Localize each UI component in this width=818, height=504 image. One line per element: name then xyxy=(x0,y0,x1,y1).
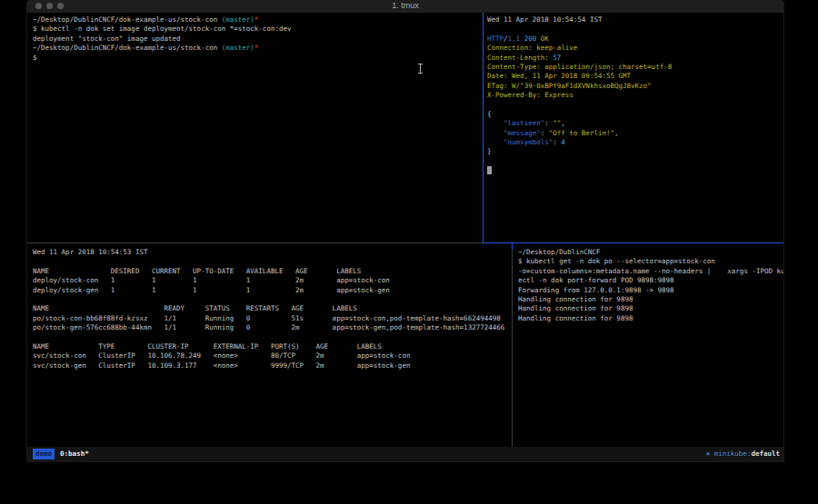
session-name-badge: demo xyxy=(33,449,55,460)
terminal-line: svc/stock-gen ClusterIP 10.109.3.177 <no… xyxy=(33,361,509,371)
terminal-line: Content-Type: application/json; charset=… xyxy=(487,63,782,72)
pane-divider-horizontal-left[interactable] xyxy=(27,242,483,243)
terminal-line: "message": "Off to Berlin!", xyxy=(487,129,782,138)
pane-divider-vertical-bottom[interactable] xyxy=(512,243,513,447)
terminal-line: ~/Desktop/DublinCNCF/dok-example-us/stoc… xyxy=(33,44,480,53)
terminal-line: NAME TYPE CLUSTER-IP EXTERNAL-IP PORT(S)… xyxy=(33,342,509,351)
terminal-line: ectl -n dok port-forward POD 9898:9898 xyxy=(518,276,783,285)
terminal-line: $ kubectl -n dok set image deployment/st… xyxy=(33,25,480,34)
terminal-line: Forwarding from 127.0.0.1:9898 -> 9898 xyxy=(518,286,783,295)
status-bar-right: ⎈ minikube:default xyxy=(706,447,780,461)
terminal-line: } xyxy=(487,147,782,156)
terminal-line xyxy=(487,101,782,110)
terminal-line: NAME DESIRED CURRENT UP-TO-DATE AVAILABL… xyxy=(33,267,509,276)
terminal-line: { xyxy=(487,110,782,119)
terminal-window: 1. tmux ~/Desktop/DublinCNCF/dok-example… xyxy=(27,0,783,461)
terminal-line xyxy=(33,333,509,342)
terminal-line xyxy=(33,257,509,266)
pane-divider-vertical-top[interactable] xyxy=(483,13,484,242)
pane-top-right-http-response[interactable]: Wed 11 Apr 2018 10:54:54 ISTHTTP/1.1 200… xyxy=(487,15,782,241)
terminal-line xyxy=(33,295,509,304)
window-tab-active[interactable]: 0:bash* xyxy=(60,447,89,461)
pane-top-left-shell[interactable]: ~/Desktop/DublinCNCF/dok-example-us/stoc… xyxy=(33,15,480,241)
terminal-line xyxy=(487,157,782,166)
terminal-line: "numsymbols": 4 xyxy=(487,138,782,147)
terminal-line: ~/Desktop/DublinCNCF/dok-example-us/stoc… xyxy=(33,15,480,25)
terminal-line: $ kubectl get -n dok po --selector=app=s… xyxy=(518,257,783,266)
terminal-line: deploy/stock-gen 1 1 1 1 2m app=stock-ge… xyxy=(33,286,509,295)
terminal-line: X-Powered-By: Express xyxy=(487,91,782,100)
terminal-line: Date: Wed, 11 Apr 2018 09:54:55 GMT xyxy=(487,72,782,81)
terminal-line: Handling connection for 9898 xyxy=(518,304,783,313)
terminal-line: $ xyxy=(33,54,480,63)
kube-namespace: default xyxy=(751,450,780,458)
window-titlebar[interactable]: 1. tmux xyxy=(27,0,783,13)
terminal-line: po/stock-con-bb68f88fd-kzsxz 1/1 Running… xyxy=(33,314,509,323)
pane-bottom-right-port-forward[interactable]: ~/Desktop/DublinCNCF$ kubectl get -n dok… xyxy=(518,248,783,446)
terminal-line xyxy=(487,25,782,34)
terminal-line: HTTP/1.1 200 OK xyxy=(487,35,782,44)
terminal-line: Wed 11 Apr 2018 10:54:54 IST xyxy=(487,15,782,25)
terminal-line: po/stock-gen-576cc688bb-44kmn 1/1 Runnin… xyxy=(33,323,509,332)
terminal-line: deployment "stock-con" image updated xyxy=(33,35,480,44)
terminal-line: ETag: W/"39-0xBPf9aF1dXVNkhsxoBQgJ8vKzo" xyxy=(487,82,782,91)
tmux-terminal: ~/Desktop/DublinCNCF/dok-example-us/stoc… xyxy=(27,13,783,447)
mouse-ibeam-cursor-icon xyxy=(418,64,423,74)
terminal-line: Handling connection for 9898 xyxy=(518,295,783,304)
pane-divider-horizontal-right-active[interactable] xyxy=(483,242,783,243)
terminal-line: -o=custom-columns=:metadata.name --no-he… xyxy=(518,267,783,276)
window-title: 1. tmux xyxy=(27,1,783,10)
terminal-line: Wed 11 Apr 2018 10:54:53 IST xyxy=(33,248,509,257)
terminal-line: Connection: keep-alive xyxy=(487,44,782,53)
terminal-line xyxy=(487,166,782,175)
terminal-line: svc/stock-con ClusterIP 10.106.78.249 <n… xyxy=(33,351,509,361)
status-bar-left: demo 0:bash* xyxy=(33,447,89,461)
kube-context: minikube xyxy=(714,450,747,458)
terminal-line: Handling connection for 9898 xyxy=(518,314,783,323)
pane-bottom-left-kubectl-watch[interactable]: Wed 11 Apr 2018 10:54:53 ISTNAME DESIRED… xyxy=(33,248,509,446)
terminal-line: NAME READY STATUS RESTARTS AGE LABELS xyxy=(33,304,509,313)
terminal-line: deploy/stock-con 1 1 1 1 2m app=stock-co… xyxy=(33,276,509,285)
tmux-status-bar: demo 0:bash* ⎈ minikube:default xyxy=(27,447,783,461)
terminal-line: ~/Desktop/DublinCNCF xyxy=(518,248,783,257)
pane-divider-junction xyxy=(512,243,513,250)
terminal-line: "lastseen": "", xyxy=(487,119,782,128)
kubernetes-helm-icon: ⎈ xyxy=(706,450,711,458)
terminal-line: Content-Length: 57 xyxy=(487,54,782,63)
